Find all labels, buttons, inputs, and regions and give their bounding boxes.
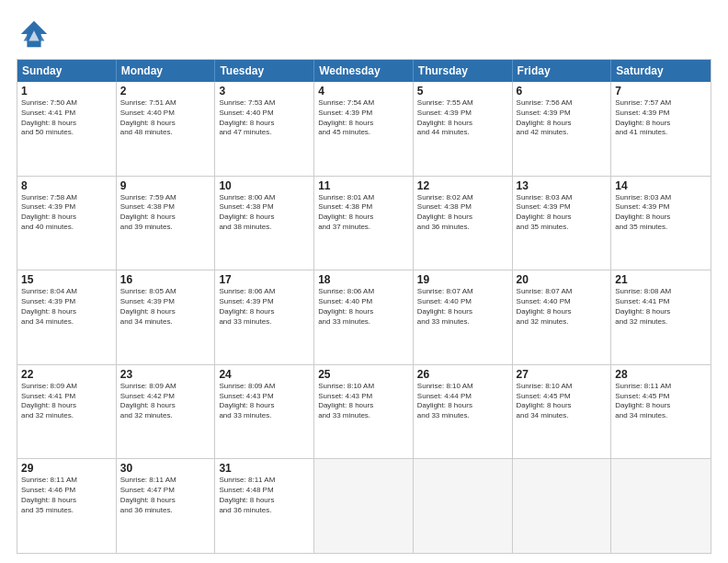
day-details: Sunrise: 7:50 AMSunset: 4:41 PMDaylight:… <box>21 98 112 138</box>
day-number: 9 <box>120 179 211 192</box>
day-details: Sunrise: 7:51 AMSunset: 4:40 PMDaylight:… <box>120 98 211 138</box>
calendar-cell: 31Sunrise: 8:11 AMSunset: 4:48 PMDayligh… <box>215 459 314 553</box>
day-number: 25 <box>318 368 409 381</box>
day-number: 16 <box>120 273 211 286</box>
calendar-cell: 30Sunrise: 8:11 AMSunset: 4:47 PMDayligh… <box>117 459 216 553</box>
logo <box>17 17 55 52</box>
day-details: Sunrise: 8:06 AMSunset: 4:40 PMDaylight:… <box>318 287 409 327</box>
calendar-cell: 3Sunrise: 7:53 AMSunset: 4:40 PMDaylight… <box>215 82 314 176</box>
day-number: 24 <box>219 368 310 381</box>
calendar-cell: 8Sunrise: 7:58 AMSunset: 4:39 PMDaylight… <box>17 177 117 270</box>
day-details: Sunrise: 8:09 AMSunset: 4:43 PMDaylight:… <box>219 382 310 421</box>
calendar-cell: 23Sunrise: 8:09 AMSunset: 4:42 PMDayligh… <box>117 365 216 459</box>
day-number: 3 <box>219 85 310 98</box>
calendar-cell: 26Sunrise: 8:10 AMSunset: 4:44 PMDayligh… <box>414 365 513 459</box>
day-number: 23 <box>120 368 211 381</box>
day-details: Sunrise: 7:56 AMSunset: 4:39 PMDaylight:… <box>517 98 608 138</box>
calendar-cell: 19Sunrise: 8:07 AMSunset: 4:40 PMDayligh… <box>414 270 513 364</box>
calendar: SundayMondayTuesdayWednesdayThursdayFrid… <box>17 59 711 554</box>
calendar-cell: 21Sunrise: 8:08 AMSunset: 4:41 PMDayligh… <box>611 270 711 364</box>
calendar-cell: 25Sunrise: 8:10 AMSunset: 4:43 PMDayligh… <box>314 365 414 459</box>
day-details: Sunrise: 7:54 AMSunset: 4:39 PMDaylight:… <box>318 98 409 138</box>
day-details: Sunrise: 8:09 AMSunset: 4:42 PMDaylight:… <box>120 382 211 421</box>
day-number: 17 <box>219 273 310 286</box>
calendar-cell: 29Sunrise: 8:11 AMSunset: 4:46 PMDayligh… <box>17 459 117 553</box>
calendar-cell <box>414 459 513 553</box>
day-details: Sunrise: 7:59 AMSunset: 4:38 PMDaylight:… <box>120 193 211 233</box>
calendar-cell: 9Sunrise: 7:59 AMSunset: 4:38 PMDaylight… <box>117 177 216 270</box>
calendar-cell: 18Sunrise: 8:06 AMSunset: 4:40 PMDayligh… <box>314 270 414 364</box>
calendar-cell: 13Sunrise: 8:03 AMSunset: 4:39 PMDayligh… <box>513 177 612 270</box>
day-number: 7 <box>615 85 707 98</box>
calendar-cell: 12Sunrise: 8:02 AMSunset: 4:38 PMDayligh… <box>414 177 513 270</box>
calendar-week-3: 15Sunrise: 8:04 AMSunset: 4:39 PMDayligh… <box>17 270 711 364</box>
calendar-cell: 24Sunrise: 8:09 AMSunset: 4:43 PMDayligh… <box>215 365 314 459</box>
calendar-cell: 6Sunrise: 7:56 AMSunset: 4:39 PMDaylight… <box>513 82 612 176</box>
day-number: 13 <box>517 179 608 192</box>
calendar-cell: 7Sunrise: 7:57 AMSunset: 4:39 PMDaylight… <box>611 82 711 176</box>
day-number: 27 <box>517 368 608 381</box>
calendar-cell <box>513 459 612 553</box>
day-details: Sunrise: 8:05 AMSunset: 4:39 PMDaylight:… <box>120 287 211 327</box>
day-number: 12 <box>417 179 508 192</box>
day-details: Sunrise: 8:07 AMSunset: 4:40 PMDaylight:… <box>517 287 608 327</box>
day-number: 20 <box>517 273 608 286</box>
day-details: Sunrise: 7:58 AMSunset: 4:39 PMDaylight:… <box>21 193 112 233</box>
logo-icon <box>17 17 51 52</box>
calendar-week-5: 29Sunrise: 8:11 AMSunset: 4:46 PMDayligh… <box>17 458 711 553</box>
weekday-header-wednesday: Wednesday <box>314 60 414 82</box>
calendar-cell: 27Sunrise: 8:10 AMSunset: 4:45 PMDayligh… <box>513 365 612 459</box>
calendar-week-4: 22Sunrise: 8:09 AMSunset: 4:41 PMDayligh… <box>17 364 711 459</box>
day-number: 19 <box>417 273 508 286</box>
day-details: Sunrise: 8:10 AMSunset: 4:45 PMDaylight:… <box>517 382 608 421</box>
day-number: 2 <box>120 85 211 98</box>
weekday-header-thursday: Thursday <box>414 60 513 82</box>
calendar-cell: 11Sunrise: 8:01 AMSunset: 4:38 PMDayligh… <box>314 177 414 270</box>
calendar-cell: 5Sunrise: 7:55 AMSunset: 4:39 PMDaylight… <box>414 82 513 176</box>
calendar-body: 1Sunrise: 7:50 AMSunset: 4:41 PMDaylight… <box>17 82 711 553</box>
day-number: 5 <box>417 85 508 98</box>
day-details: Sunrise: 8:08 AMSunset: 4:41 PMDaylight:… <box>615 287 707 327</box>
day-number: 22 <box>21 368 112 381</box>
day-details: Sunrise: 8:02 AMSunset: 4:38 PMDaylight:… <box>417 193 508 233</box>
day-number: 10 <box>219 179 310 192</box>
calendar-cell: 15Sunrise: 8:04 AMSunset: 4:39 PMDayligh… <box>17 270 117 364</box>
day-details: Sunrise: 8:06 AMSunset: 4:39 PMDaylight:… <box>219 287 310 327</box>
calendar-cell <box>314 459 414 553</box>
day-details: Sunrise: 8:07 AMSunset: 4:40 PMDaylight:… <box>417 287 508 327</box>
day-number: 4 <box>318 85 409 98</box>
calendar-cell: 4Sunrise: 7:54 AMSunset: 4:39 PMDaylight… <box>314 82 414 176</box>
day-details: Sunrise: 8:11 AMSunset: 4:46 PMDaylight:… <box>21 476 112 515</box>
day-number: 18 <box>318 273 409 286</box>
day-number: 15 <box>21 273 112 286</box>
day-details: Sunrise: 7:55 AMSunset: 4:39 PMDaylight:… <box>417 98 508 138</box>
day-number: 28 <box>615 368 707 381</box>
weekday-header-tuesday: Tuesday <box>215 60 314 82</box>
weekday-header-saturday: Saturday <box>611 60 711 82</box>
day-details: Sunrise: 8:00 AMSunset: 4:38 PMDaylight:… <box>219 193 310 233</box>
day-details: Sunrise: 8:01 AMSunset: 4:38 PMDaylight:… <box>318 193 409 233</box>
weekday-header-sunday: Sunday <box>17 60 117 82</box>
calendar-cell: 28Sunrise: 8:11 AMSunset: 4:45 PMDayligh… <box>611 365 711 459</box>
day-number: 6 <box>517 85 608 98</box>
calendar-cell: 1Sunrise: 7:50 AMSunset: 4:41 PMDaylight… <box>17 82 117 176</box>
day-details: Sunrise: 8:11 AMSunset: 4:48 PMDaylight:… <box>219 476 310 515</box>
header <box>17 17 711 52</box>
page: SundayMondayTuesdayWednesdayThursdayFrid… <box>0 0 728 563</box>
calendar-header: SundayMondayTuesdayWednesdayThursdayFrid… <box>17 60 711 82</box>
day-number: 11 <box>318 179 409 192</box>
calendar-cell: 17Sunrise: 8:06 AMSunset: 4:39 PMDayligh… <box>215 270 314 364</box>
day-details: Sunrise: 8:09 AMSunset: 4:41 PMDaylight:… <box>21 382 112 421</box>
calendar-week-2: 8Sunrise: 7:58 AMSunset: 4:39 PMDaylight… <box>17 176 711 270</box>
calendar-cell: 20Sunrise: 8:07 AMSunset: 4:40 PMDayligh… <box>513 270 612 364</box>
day-number: 21 <box>615 273 707 286</box>
weekday-header-monday: Monday <box>117 60 216 82</box>
calendar-cell: 2Sunrise: 7:51 AMSunset: 4:40 PMDaylight… <box>117 82 216 176</box>
day-details: Sunrise: 8:03 AMSunset: 4:39 PMDaylight:… <box>615 193 707 233</box>
day-number: 29 <box>21 462 112 475</box>
calendar-cell: 22Sunrise: 8:09 AMSunset: 4:41 PMDayligh… <box>17 365 117 459</box>
day-number: 1 <box>21 85 112 98</box>
day-number: 31 <box>219 462 310 475</box>
weekday-header-friday: Friday <box>513 60 612 82</box>
day-details: Sunrise: 8:04 AMSunset: 4:39 PMDaylight:… <box>21 287 112 327</box>
